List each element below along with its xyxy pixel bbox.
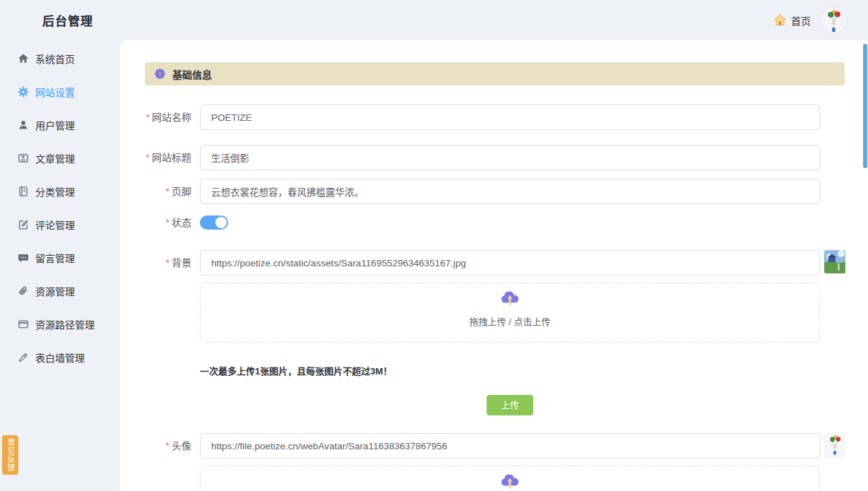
sidebar-item-label: 评论管理 <box>35 218 75 232</box>
required-marker: * <box>166 186 170 197</box>
dropzone-text: 拖拽上传 / 点击上传 <box>470 314 551 328</box>
sidebar-item-category-management[interactable]: 分类管理 <box>0 174 120 208</box>
home-icon <box>18 53 29 64</box>
sidebar-item-system-home[interactable]: 系统首页 <box>0 42 120 75</box>
feedback-tab[interactable]: 意见反馈 <box>2 435 18 475</box>
avatar-upload-row: 拖拽上传 / 点击上传 <box>145 466 820 491</box>
app-header: 后台管理 首页 <box>0 0 868 40</box>
background-url-input[interactable] <box>200 250 820 276</box>
field-row-site-name: *网站名称 <box>145 105 820 130</box>
field-row-status: *状态 <box>145 215 820 232</box>
upload-hint-row: 一次最多上传1张图片，且每张图片不超过3M！ <box>145 365 820 378</box>
home-link[interactable]: 首页 <box>773 13 811 28</box>
cloud-upload-icon <box>500 472 520 491</box>
field-label: *网站名称 <box>145 105 200 130</box>
sidebar-item-user-management[interactable]: 用户管理 <box>0 108 120 141</box>
section-header-basic-info: 基础信息 <box>145 62 845 85</box>
edit-icon <box>18 219 29 230</box>
field-row-avatar: *头像 <box>145 433 845 459</box>
field-label: *背景 <box>145 250 200 276</box>
sidebar-item-confession-wall-management[interactable]: 表白墙管理 <box>0 341 120 374</box>
sidebar-item-label: 网站设置 <box>35 85 75 99</box>
bank-card-icon <box>18 319 29 330</box>
sidebar-item-message-management[interactable]: 留言管理 <box>0 241 120 274</box>
sidebar-item-resource-path-management[interactable]: 资源路径管理 <box>0 307 120 341</box>
site-name-input[interactable] <box>200 105 820 130</box>
avatar-url-input[interactable] <box>200 433 820 459</box>
sidebar-item-label: 用户管理 <box>35 118 75 132</box>
background-upload-row: 拖拽上传 / 点击上传 <box>145 283 820 343</box>
sidebar-item-label: 文章管理 <box>35 151 75 165</box>
notebook-icon <box>18 186 29 197</box>
sidebar-item-label: 表白墙管理 <box>35 350 85 365</box>
user-icon <box>18 119 29 131</box>
required-marker: * <box>166 217 170 228</box>
sidebar-item-resource-management[interactable]: 资源管理 <box>0 274 120 307</box>
app-title: 后台管理 <box>42 11 93 29</box>
required-marker: * <box>166 257 170 268</box>
main-content: 基础信息 *网站名称 *网站标题 *页脚 *状态 *背景 <box>120 40 868 491</box>
sidebar-item-label: 系统首页 <box>35 52 75 66</box>
sidebar-item-article-management[interactable]: 文章管理 <box>0 141 120 174</box>
user-avatar[interactable] <box>821 7 847 33</box>
site-title-input[interactable] <box>200 145 820 170</box>
sidebar-item-site-settings[interactable]: 网站设置 <box>0 75 120 108</box>
field-row-background: *背景 <box>145 250 845 276</box>
status-toggle[interactable] <box>200 215 228 230</box>
footer-input[interactable] <box>200 179 820 204</box>
vertical-scrollbar-thumb[interactable] <box>863 44 867 168</box>
header-actions: 首页 <box>773 0 847 40</box>
toggle-knob <box>215 217 227 228</box>
field-label: *页脚 <box>145 179 200 204</box>
field-label: *网站标题 <box>145 145 200 170</box>
upload-button-row: 上传 <box>145 395 820 415</box>
postcard-icon <box>18 153 29 164</box>
upload-hint: 一次最多上传1张图片，且每张图片不超过3M！ <box>200 365 820 378</box>
paperclip-icon <box>18 285 29 297</box>
sidebar-item-label: 资源路径管理 <box>35 317 95 331</box>
sidebar-nav: 系统首页 网站设置 用户管理 文章管理 分类管理 评论管理 留言管理 <box>0 40 120 491</box>
gear-icon <box>18 86 29 97</box>
field-row-site-title: *网站标题 <box>145 145 820 170</box>
required-marker: * <box>146 152 150 163</box>
field-label: *头像 <box>145 433 200 459</box>
home-link-label: 首页 <box>791 13 811 28</box>
field-label: *状态 <box>145 215 200 230</box>
cloud-upload-icon <box>500 289 520 308</box>
background-thumbnail[interactable] <box>824 250 845 273</box>
avatar-upload-dropzone[interactable]: 拖拽上传 / 点击上传 <box>200 466 820 491</box>
chat-icon <box>18 252 29 264</box>
required-marker: * <box>146 112 150 123</box>
settings-flower-icon <box>154 68 166 80</box>
sidebar-item-label: 资源管理 <box>35 284 75 298</box>
home-icon <box>773 14 787 26</box>
field-row-footer: *页脚 <box>145 179 820 204</box>
avatar-thumbnail[interactable] <box>824 433 845 459</box>
sidebar-item-label: 分类管理 <box>35 184 75 199</box>
sidebar-item-comment-management[interactable]: 评论管理 <box>0 208 120 241</box>
section-title: 基础信息 <box>172 67 212 81</box>
required-marker: * <box>166 440 170 451</box>
pen-icon <box>18 352 29 363</box>
sidebar-item-label: 留言管理 <box>35 251 75 265</box>
background-upload-dropzone[interactable]: 拖拽上传 / 点击上传 <box>200 283 820 343</box>
upload-button[interactable]: 上传 <box>487 395 533 415</box>
